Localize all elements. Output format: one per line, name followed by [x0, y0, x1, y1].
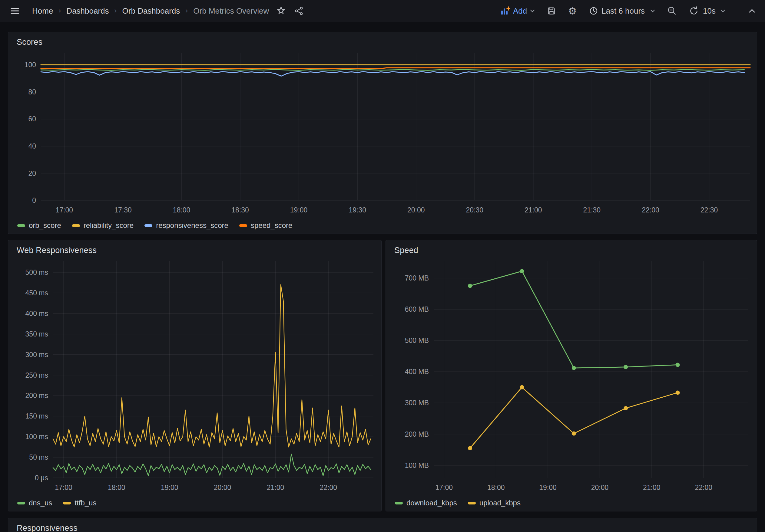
- legend-item-speed_score[interactable]: speed_score: [239, 221, 292, 230]
- legend-label: ttfb_us: [75, 499, 96, 507]
- svg-text:500 MB: 500 MB: [405, 337, 429, 344]
- legend-label: speed_score: [251, 221, 292, 230]
- breadcrumb-item-home[interactable]: Home: [32, 6, 53, 16]
- svg-text:400 MB: 400 MB: [405, 368, 429, 376]
- top-nav: Home › Dashboards › Orb Dashboards › Orb…: [0, 0, 765, 22]
- scores-chart[interactable]: 17:0017:3018:0018:3019:0019:3020:0020:30…: [11, 50, 754, 217]
- chart-svg: 17:0017:3018:0018:3019:0019:3020:0020:30…: [11, 50, 754, 217]
- svg-text:18:00: 18:00: [487, 484, 505, 491]
- svg-text:19:00: 19:00: [161, 484, 178, 491]
- menu-button[interactable]: [8, 4, 22, 18]
- svg-text:80: 80: [28, 88, 36, 96]
- legend-label: dns_us: [29, 499, 52, 507]
- dashboard-settings-button[interactable]: ⚙: [566, 5, 578, 18]
- chevron-right-icon: ›: [58, 7, 61, 14]
- hamburger-icon: [10, 6, 20, 16]
- legend-item-download_kbps[interactable]: download_kbps: [395, 499, 457, 507]
- speed-chart[interactable]: 17:0018:0019:0020:0021:0022:00100 MB200 …: [388, 258, 754, 495]
- add-panel-label: Add: [513, 6, 527, 16]
- panel-speed: Speed 17:0018:0019:0020:0021:0022:00100 …: [385, 240, 757, 511]
- breadcrumb-item-current: Orb Metrics Overview: [193, 6, 269, 16]
- panel-scores: Scores 17:0017:3018:0018:3019:0019:3020:…: [8, 32, 757, 234]
- series-color-chip: [17, 502, 25, 504]
- series-color-chip: [395, 502, 403, 504]
- speed-legend: download_kbpsupload_kbps: [386, 495, 757, 511]
- svg-text:19:00: 19:00: [290, 206, 308, 214]
- toolbar-divider: [737, 5, 737, 16]
- web-responsiveness-legend: dns_usttfb_us: [8, 495, 381, 511]
- svg-text:19:00: 19:00: [539, 484, 557, 491]
- panel-title[interactable]: Web Responsiveness: [8, 240, 381, 258]
- svg-text:21:00: 21:00: [524, 206, 542, 214]
- svg-text:0: 0: [32, 196, 36, 204]
- svg-text:17:00: 17:00: [55, 484, 72, 491]
- panel-web-responsiveness: Web Responsiveness 17:0018:0019:0020:002…: [8, 240, 382, 511]
- series-color-chip: [145, 224, 152, 227]
- series-color-chip: [72, 224, 80, 227]
- gear-icon: ⚙: [568, 6, 577, 16]
- legend-label: reliability_score: [84, 221, 134, 230]
- favorite-button[interactable]: [275, 4, 288, 18]
- legend-label: download_kbps: [406, 499, 457, 507]
- svg-text:20:00: 20:00: [591, 484, 609, 491]
- breadcrumb-item-dashboards[interactable]: Dashboards: [66, 6, 109, 16]
- refresh-controls[interactable]: 10s: [687, 4, 727, 18]
- share-icon: [294, 6, 304, 16]
- refresh-icon: [689, 6, 699, 16]
- svg-text:22:00: 22:00: [695, 484, 713, 491]
- svg-text:100: 100: [25, 61, 36, 69]
- zoom-out-button[interactable]: [665, 4, 679, 18]
- svg-text:17:00: 17:00: [56, 206, 73, 214]
- svg-text:600 MB: 600 MB: [405, 305, 429, 313]
- legend-item-reliability_score[interactable]: reliability_score: [72, 221, 134, 230]
- panel-title[interactable]: Scores: [8, 32, 757, 50]
- series-color-chip: [468, 502, 476, 504]
- svg-text:100 MB: 100 MB: [405, 461, 429, 469]
- chart-svg: 17:0018:0019:0020:0021:0022:000 µs50 ms1…: [11, 258, 379, 495]
- dashboard-canvas: Scores 17:0017:3018:0018:3019:0019:3020:…: [0, 0, 765, 532]
- toolbar: Add ⚙ Last 6 hours: [498, 4, 757, 18]
- time-range-picker[interactable]: Last 6 hours: [587, 4, 657, 18]
- panel-title[interactable]: Responsiveness: [8, 518, 757, 532]
- svg-text:200 ms: 200 ms: [25, 392, 48, 399]
- save-icon: [547, 6, 556, 15]
- legend-item-ttfb_us[interactable]: ttfb_us: [63, 499, 96, 507]
- dashboard-actions: [275, 4, 306, 18]
- svg-text:17:30: 17:30: [114, 206, 132, 214]
- svg-text:21:00: 21:00: [643, 484, 660, 491]
- legend-item-orb_score[interactable]: orb_score: [17, 221, 61, 230]
- svg-text:17:00: 17:00: [435, 484, 453, 491]
- svg-text:22:30: 22:30: [700, 206, 718, 214]
- web-responsiveness-chart[interactable]: 17:0018:0019:0020:0021:0022:000 µs50 ms1…: [11, 258, 379, 495]
- legend-item-dns_us[interactable]: dns_us: [17, 499, 52, 507]
- legend-label: orb_score: [29, 221, 61, 230]
- panel-title[interactable]: Speed: [386, 240, 757, 258]
- legend-item-responsiveness_score[interactable]: responsiveness_score: [145, 221, 228, 230]
- chart-svg: 17:0018:0019:0020:0021:0022:00100 MB200 …: [388, 258, 754, 495]
- svg-text:50 ms: 50 ms: [29, 453, 48, 461]
- add-panel-button[interactable]: Add: [498, 5, 537, 18]
- collapse-toolbar-button[interactable]: [747, 7, 757, 15]
- breadcrumb-item-orb-dashboards[interactable]: Orb Dashboards: [122, 6, 180, 16]
- series-color-chip: [63, 502, 71, 504]
- series-color-chip: [239, 224, 247, 227]
- panel-responsiveness: Responsiveness: [8, 518, 757, 532]
- scores-legend: orb_scorereliability_scoreresponsiveness…: [8, 217, 757, 234]
- chevron-down-icon: [530, 9, 535, 12]
- svg-text:450 ms: 450 ms: [25, 289, 48, 297]
- chevron-right-icon: ›: [185, 7, 188, 14]
- svg-text:21:30: 21:30: [583, 206, 601, 214]
- share-button[interactable]: [293, 4, 306, 18]
- svg-text:150 ms: 150 ms: [25, 412, 48, 420]
- legend-item-upload_kbps[interactable]: upload_kbps: [468, 499, 520, 507]
- svg-text:400 ms: 400 ms: [25, 310, 48, 318]
- svg-text:300 ms: 300 ms: [25, 351, 48, 359]
- svg-text:100 ms: 100 ms: [25, 433, 48, 440]
- zoom-out-icon: [667, 6, 677, 16]
- chevron-down-icon: [650, 9, 655, 12]
- svg-text:18:00: 18:00: [108, 484, 125, 491]
- svg-text:18:30: 18:30: [231, 206, 249, 214]
- star-icon: [276, 6, 286, 16]
- chevron-up-icon: [749, 9, 755, 13]
- save-dashboard-button[interactable]: [545, 5, 558, 17]
